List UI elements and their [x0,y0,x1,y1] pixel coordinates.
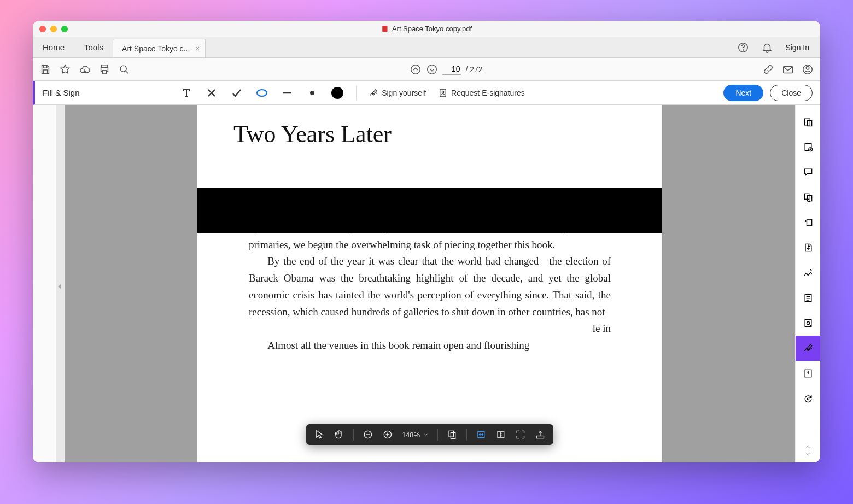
right-rail [795,105,820,462]
sign-yourself-button[interactable]: Sign yourself [369,88,426,98]
window-controls [39,26,68,32]
select-tool-icon[interactable] [314,429,325,440]
chevron-down-icon [423,432,429,437]
content-area: Two Years Later locked ourselves away fo… [33,105,820,462]
svg-point-12 [257,90,267,96]
fit-width-icon[interactable] [476,429,487,440]
floating-toolbar: 148% [306,424,553,445]
signature-icon [369,88,378,98]
chevron-up-icon[interactable] [804,443,812,450]
page-number-input[interactable] [442,63,461,75]
read-mode-icon[interactable] [535,429,546,440]
separator [356,86,357,100]
separator [466,429,467,441]
star-icon[interactable] [59,63,71,75]
svg-point-33 [807,322,809,325]
print-icon[interactable] [98,63,110,75]
rr-more-tools-icon[interactable] [796,386,821,411]
svg-rect-28 [804,194,809,199]
rr-compress-icon[interactable] [796,235,821,260]
rr-fill-sign-icon[interactable] [796,336,821,361]
hand-tool-icon[interactable] [334,429,344,440]
main-toolbar: / 272 [33,58,820,81]
profile-icon[interactable] [802,63,814,75]
dot-large-icon[interactable] [331,86,344,99]
rr-comment-icon[interactable] [796,160,821,185]
rr-export-icon[interactable] [796,134,821,160]
svg-rect-19 [449,431,453,437]
check-tool-icon[interactable] [230,86,243,99]
paragraph: Almost all the venues in this book remai… [249,337,611,354]
expand-handle-icon [58,284,61,289]
oval-tool-icon[interactable] [255,86,268,99]
cloud-icon[interactable] [79,63,91,75]
zoom-in-icon[interactable] [382,429,393,440]
close-window-button[interactable] [39,26,46,32]
line-tool-icon[interactable] [281,86,294,99]
page-view-icon[interactable] [447,429,458,440]
pdf-page: Two Years Later locked ourselves away fo… [197,105,662,462]
rr-edit-icon[interactable] [796,285,821,310]
separator [437,429,438,441]
help-icon[interactable] [737,42,749,54]
link-icon[interactable] [762,63,774,75]
svg-point-14 [442,91,444,93]
nav-tools[interactable]: Tools [74,37,113,57]
sign-in-link[interactable]: Sign In [785,43,809,52]
paragraph: By the end of the year it was clear that… [249,253,611,320]
svg-point-7 [411,65,420,74]
window-title: Art Space Tokyo copy.pdf [381,25,472,33]
next-button[interactable]: Next [723,85,763,101]
save-icon[interactable] [39,63,51,75]
svg-rect-30 [807,219,811,226]
document-viewport[interactable]: Two Years Later locked ourselves away fo… [65,105,795,462]
text-tool-icon[interactable] [180,86,193,99]
rr-protect-icon[interactable] [796,310,821,336]
rr-redact-icon[interactable] [796,260,821,285]
svg-point-8 [428,65,437,74]
svg-point-6 [120,66,126,72]
zoom-out-icon[interactable] [363,429,373,440]
fullscreen-icon[interactable] [515,429,526,440]
close-tab-icon[interactable]: × [195,44,200,53]
mail-icon[interactable] [782,63,794,75]
rr-organize-icon[interactable] [796,210,821,235]
dot-small-icon[interactable] [306,86,319,99]
paragraph-fragment: le in [249,320,611,337]
pdf-icon [381,25,389,33]
rr-scroll-nav [804,443,812,462]
fill-sign-bar: Fill & Sign Sign yourself Request E-sign… [33,81,820,105]
rr-create-icon[interactable] [796,109,821,134]
search-icon[interactable] [118,63,130,75]
svg-rect-20 [451,433,455,439]
close-button[interactable]: Close [770,85,813,101]
zoom-level[interactable]: 148% [402,431,429,439]
minimize-window-button[interactable] [50,26,57,32]
document-person-icon [438,88,448,98]
bell-icon[interactable] [761,42,773,54]
fit-page-icon[interactable] [495,429,506,440]
tabs-bar: Home Tools Art Space Tokyo c... × Sign I… [33,37,820,58]
titlebar: Art Space Tokyo copy.pdf [33,21,820,37]
svg-point-2 [743,50,744,50]
maximize-window-button[interactable] [61,26,68,32]
rr-share-icon[interactable] [796,361,821,386]
svg-rect-0 [382,26,387,32]
app-window: Art Space Tokyo copy.pdf Home Tools Art … [33,21,820,462]
page-down-icon[interactable] [426,63,438,75]
chevron-down-icon[interactable] [804,450,812,458]
nav-home[interactable]: Home [33,37,74,57]
document-tab[interactable]: Art Space Tokyo c... × [113,39,206,57]
page-total: / 272 [465,65,482,74]
left-gutter[interactable] [57,105,65,462]
svg-rect-29 [807,196,811,201]
svg-rect-3 [43,69,47,73]
rr-combine-icon[interactable] [796,185,821,210]
fill-sign-title: Fill & Sign [43,88,80,97]
cross-tool-icon[interactable] [205,86,218,99]
request-signatures-button[interactable]: Request E-signatures [438,88,525,98]
redaction-block [197,188,662,233]
page-nav: / 272 [410,63,482,75]
page-up-icon[interactable] [410,63,422,75]
page-heading: Two Years Later [233,120,611,148]
